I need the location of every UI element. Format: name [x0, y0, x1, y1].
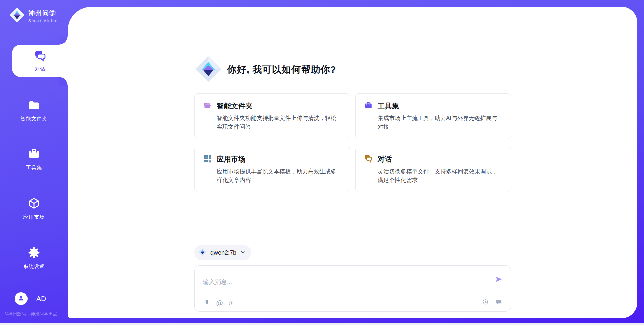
topic-button[interactable]: # — [229, 299, 233, 306]
card-title: 应用市场 — [217, 154, 246, 164]
card-description: 应用市场提供丰富长文本模板，助力高效生成多样化文章内容 — [203, 167, 341, 185]
cube-icon — [28, 197, 40, 211]
mention-button[interactable]: @ — [216, 299, 223, 306]
sidebar-item-label: 应用市场 — [23, 214, 45, 220]
conversation-button[interactable] — [495, 298, 503, 307]
attach-button[interactable] — [203, 299, 210, 307]
send-icon — [495, 275, 503, 284]
card-toolset[interactable]: 工具集 集成市场上主流工具，助力AI与外界无缝扩展与对接 — [355, 93, 511, 139]
chat-bubbles-icon — [34, 49, 47, 63]
sidebar-item-app-market[interactable]: 应用市场 — [0, 197, 68, 220]
brand-subtitle: Smart Vision — [28, 19, 58, 23]
brand-diamond-icon — [9, 7, 25, 25]
greeting-text: 你好, 我可以如何帮助你? — [227, 63, 336, 76]
hash-icon: # — [229, 299, 233, 306]
card-smart-folder[interactable]: 智能文件夹 智能文件夹功能支持批量文件上传与清洗，轻松实现文件问答 — [194, 93, 350, 139]
avatar — [15, 292, 28, 305]
sidebar-item-settings[interactable]: 系统设置 — [0, 246, 68, 270]
at-icon: @ — [216, 299, 223, 306]
card-title: 工具集 — [378, 101, 399, 111]
sidebar-item-label: 工具集 — [26, 165, 42, 171]
model-name: qwen2:7b — [210, 249, 236, 256]
toolbox-icon — [28, 147, 40, 161]
feature-cards: 智能文件夹 智能文件夹功能支持批量文件上传与清洗，轻松实现文件问答 工具集 — [194, 93, 511, 192]
card-description: 灵活切换多模型文件，支持多样回复效果调试，满足个性化需求 — [364, 167, 502, 185]
card-description: 集成市场上主流工具，助力AI与外界无缝扩展与对接 — [364, 114, 502, 132]
card-title: 对话 — [378, 154, 392, 164]
card-description: 智能文件夹功能支持批量文件上传与清洗，轻松实现文件问答 — [203, 114, 341, 132]
sidebar-item-label: 系统设置 — [23, 263, 45, 270]
comment-icon — [495, 298, 503, 307]
brand-diamond-icon — [198, 248, 207, 258]
model-selector[interactable]: qwen2:7b — [194, 245, 251, 260]
brand-diamond-icon — [194, 55, 222, 84]
message-composer: @ # — [194, 265, 511, 312]
brand-logo: 神州问学 Smart Vision — [9, 7, 58, 25]
copyright: ©神州数码 · 神州问学出品 — [5, 311, 57, 317]
folder-open-icon — [203, 101, 212, 111]
card-chat[interactable]: 对话 灵活切换多模型文件，支持多样回复效果调试，满足个性化需求 — [355, 147, 511, 192]
card-title: 智能文件夹 — [217, 101, 253, 111]
toolbox-icon — [364, 101, 373, 111]
main-panel: 你好, 我可以如何帮助你? 智能文件夹 智能文件夹功能支持批量文件上传与清洗，轻… — [68, 7, 637, 318]
message-input[interactable] — [203, 271, 489, 294]
brand-name: 神州问学 — [28, 9, 58, 18]
horizontal-scrollbar[interactable] — [0, 323, 644, 325]
send-button[interactable] — [494, 275, 503, 284]
sidebar-item-label: 对话 — [35, 66, 46, 72]
chat-bubbles-icon — [364, 154, 373, 164]
sidebar-item-chat[interactable]: 对话 — [12, 45, 68, 77]
sidebar-item-smart-folder[interactable]: 智能文件夹 — [0, 99, 68, 122]
sidebar-item-label: 智能文件夹 — [20, 116, 47, 122]
person-icon — [17, 294, 25, 304]
history-button[interactable] — [482, 298, 489, 307]
user-profile[interactable]: AD — [15, 292, 46, 305]
greeting: 你好, 我可以如何帮助你? — [194, 55, 511, 84]
paperclip-icon — [203, 299, 210, 307]
grid-icon — [203, 154, 212, 164]
user-name: AD — [36, 295, 46, 303]
folder-icon — [28, 99, 40, 113]
sidebar: 神州问学 Smart Vision 对话 智能文件夹 — [0, 0, 68, 325]
card-app-market[interactable]: 应用市场 应用市场提供丰富长文本模板，助力高效生成多样化文章内容 — [194, 147, 350, 192]
sidebar-item-toolset[interactable]: 工具集 — [0, 147, 68, 171]
history-icon — [482, 298, 489, 307]
chevron-down-icon — [240, 249, 246, 256]
gear-icon — [28, 246, 40, 260]
